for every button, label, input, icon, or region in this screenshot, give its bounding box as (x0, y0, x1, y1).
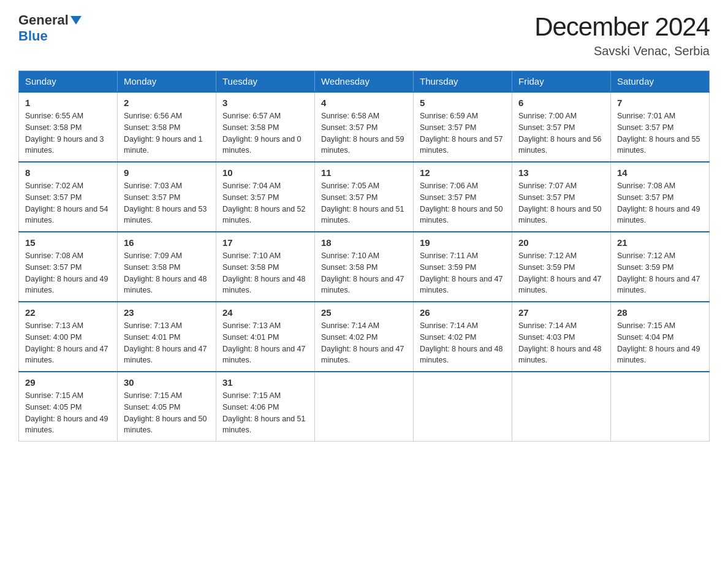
table-row: 4 Sunrise: 6:58 AMSunset: 3:57 PMDayligh… (315, 92, 414, 162)
title-area: December 2024 Savski Venac, Serbia (534, 12, 710, 58)
day-info: Sunrise: 7:13 AMSunset: 4:01 PMDaylight:… (222, 321, 306, 364)
calendar-week-row: 8 Sunrise: 7:02 AMSunset: 3:57 PMDayligh… (19, 162, 710, 232)
day-number: 6 (518, 98, 604, 108)
table-row: 11 Sunrise: 7:05 AMSunset: 3:57 PMDaylig… (315, 162, 414, 232)
day-info: Sunrise: 7:06 AMSunset: 3:57 PMDaylight:… (420, 182, 503, 224)
logo: General Blue (18, 12, 84, 44)
day-number: 24 (222, 307, 308, 318)
day-number: 16 (124, 237, 210, 248)
col-wednesday: Wednesday (315, 71, 414, 93)
day-number: 10 (222, 167, 308, 178)
day-info: Sunrise: 7:04 AMSunset: 3:57 PMDaylight:… (222, 182, 306, 224)
table-row: 16 Sunrise: 7:09 AMSunset: 3:58 PMDaylig… (118, 232, 216, 302)
day-number: 4 (321, 98, 407, 108)
day-info: Sunrise: 6:57 AMSunset: 3:58 PMDaylight:… (222, 112, 301, 155)
day-info: Sunrise: 7:12 AMSunset: 3:59 PMDaylight:… (518, 251, 602, 294)
month-title: December 2024 (534, 12, 710, 42)
day-number: 26 (420, 307, 506, 318)
location: Savski Venac, Serbia (534, 44, 710, 58)
day-info: Sunrise: 7:14 AMSunset: 4:02 PMDaylight:… (420, 321, 503, 364)
day-number: 21 (617, 237, 703, 248)
day-info: Sunrise: 7:08 AMSunset: 3:57 PMDaylight:… (617, 182, 700, 224)
day-number: 5 (420, 98, 506, 108)
day-number: 17 (222, 237, 308, 248)
day-info: Sunrise: 6:55 AMSunset: 3:58 PMDaylight:… (25, 112, 104, 155)
table-row: 27 Sunrise: 7:14 AMSunset: 4:03 PMDaylig… (512, 302, 611, 372)
logo-blue-text: Blue (18, 28, 48, 44)
table-row: 7 Sunrise: 7:01 AMSunset: 3:57 PMDayligh… (611, 92, 710, 162)
day-number: 3 (222, 98, 308, 108)
day-info: Sunrise: 7:10 AMSunset: 3:58 PMDaylight:… (222, 251, 306, 294)
table-row: 19 Sunrise: 7:11 AMSunset: 3:59 PMDaylig… (414, 232, 512, 302)
day-number: 30 (124, 377, 210, 388)
table-row: 24 Sunrise: 7:13 AMSunset: 4:01 PMDaylig… (216, 302, 315, 372)
calendar-week-row: 22 Sunrise: 7:13 AMSunset: 4:00 PMDaylig… (19, 302, 710, 372)
day-info: Sunrise: 7:09 AMSunset: 3:58 PMDaylight:… (124, 251, 207, 294)
table-row: 10 Sunrise: 7:04 AMSunset: 3:57 PMDaylig… (216, 162, 315, 232)
logo-general-text: General (18, 12, 69, 28)
day-info: Sunrise: 7:13 AMSunset: 4:01 PMDaylight:… (124, 321, 207, 364)
table-row (315, 372, 414, 442)
day-number: 31 (222, 377, 308, 388)
table-row: 1 Sunrise: 6:55 AMSunset: 3:58 PMDayligh… (19, 92, 118, 162)
table-row: 14 Sunrise: 7:08 AMSunset: 3:57 PMDaylig… (611, 162, 710, 232)
day-info: Sunrise: 7:03 AMSunset: 3:57 PMDaylight:… (124, 182, 207, 224)
col-monday: Monday (118, 71, 216, 93)
day-number: 11 (321, 167, 407, 178)
calendar-week-row: 29 Sunrise: 7:15 AMSunset: 4:05 PMDaylig… (19, 372, 710, 442)
day-info: Sunrise: 7:07 AMSunset: 3:57 PMDaylight:… (518, 182, 602, 224)
day-info: Sunrise: 7:14 AMSunset: 4:02 PMDaylight:… (321, 321, 404, 364)
table-row: 17 Sunrise: 7:10 AMSunset: 3:58 PMDaylig… (216, 232, 315, 302)
table-row: 3 Sunrise: 6:57 AMSunset: 3:58 PMDayligh… (216, 92, 315, 162)
day-info: Sunrise: 6:58 AMSunset: 3:57 PMDaylight:… (321, 112, 404, 155)
day-info: Sunrise: 7:15 AMSunset: 4:05 PMDaylight:… (124, 391, 207, 434)
day-number: 19 (420, 237, 506, 248)
day-number: 1 (25, 98, 111, 108)
table-row: 6 Sunrise: 7:00 AMSunset: 3:57 PMDayligh… (512, 92, 611, 162)
table-row: 23 Sunrise: 7:13 AMSunset: 4:01 PMDaylig… (118, 302, 216, 372)
day-info: Sunrise: 7:12 AMSunset: 3:59 PMDaylight:… (617, 251, 700, 294)
day-number: 2 (124, 98, 210, 108)
table-row: 30 Sunrise: 7:15 AMSunset: 4:05 PMDaylig… (118, 372, 216, 442)
day-info: Sunrise: 7:15 AMSunset: 4:06 PMDaylight:… (222, 391, 306, 434)
col-sunday: Sunday (19, 71, 118, 93)
table-row: 31 Sunrise: 7:15 AMSunset: 4:06 PMDaylig… (216, 372, 315, 442)
col-tuesday: Tuesday (216, 71, 315, 93)
logo-triangle-icon (70, 13, 84, 27)
day-number: 22 (25, 307, 111, 318)
day-info: Sunrise: 7:02 AMSunset: 3:57 PMDaylight:… (25, 182, 108, 224)
calendar-week-row: 1 Sunrise: 6:55 AMSunset: 3:58 PMDayligh… (19, 92, 710, 162)
day-number: 14 (617, 167, 703, 178)
table-row: 5 Sunrise: 6:59 AMSunset: 3:57 PMDayligh… (414, 92, 512, 162)
day-info: Sunrise: 7:14 AMSunset: 4:03 PMDaylight:… (518, 321, 602, 364)
day-info: Sunrise: 7:15 AMSunset: 4:04 PMDaylight:… (617, 321, 700, 364)
day-number: 7 (617, 98, 703, 108)
day-info: Sunrise: 7:13 AMSunset: 4:00 PMDaylight:… (25, 321, 108, 364)
calendar-header-row: Sunday Monday Tuesday Wednesday Thursday… (19, 71, 710, 93)
table-row: 29 Sunrise: 7:15 AMSunset: 4:05 PMDaylig… (19, 372, 118, 442)
table-row: 25 Sunrise: 7:14 AMSunset: 4:02 PMDaylig… (315, 302, 414, 372)
calendar-week-row: 15 Sunrise: 7:08 AMSunset: 3:57 PMDaylig… (19, 232, 710, 302)
table-row: 18 Sunrise: 7:10 AMSunset: 3:58 PMDaylig… (315, 232, 414, 302)
day-info: Sunrise: 7:08 AMSunset: 3:57 PMDaylight:… (25, 251, 108, 294)
table-row: 22 Sunrise: 7:13 AMSunset: 4:00 PMDaylig… (19, 302, 118, 372)
day-info: Sunrise: 7:00 AMSunset: 3:57 PMDaylight:… (518, 112, 602, 155)
day-info: Sunrise: 7:10 AMSunset: 3:58 PMDaylight:… (321, 251, 404, 294)
table-row (414, 372, 512, 442)
day-number: 9 (124, 167, 210, 178)
day-number: 23 (124, 307, 210, 318)
table-row (512, 372, 611, 442)
table-row: 13 Sunrise: 7:07 AMSunset: 3:57 PMDaylig… (512, 162, 611, 232)
table-row (611, 372, 710, 442)
col-thursday: Thursday (414, 71, 512, 93)
day-number: 27 (518, 307, 604, 318)
table-row: 26 Sunrise: 7:14 AMSunset: 4:02 PMDaylig… (414, 302, 512, 372)
table-row: 20 Sunrise: 7:12 AMSunset: 3:59 PMDaylig… (512, 232, 611, 302)
day-info: Sunrise: 7:05 AMSunset: 3:57 PMDaylight:… (321, 182, 404, 224)
day-number: 15 (25, 237, 111, 248)
day-number: 28 (617, 307, 703, 318)
table-row: 15 Sunrise: 7:08 AMSunset: 3:57 PMDaylig… (19, 232, 118, 302)
table-row: 21 Sunrise: 7:12 AMSunset: 3:59 PMDaylig… (611, 232, 710, 302)
table-row: 2 Sunrise: 6:56 AMSunset: 3:58 PMDayligh… (118, 92, 216, 162)
col-friday: Friday (512, 71, 611, 93)
